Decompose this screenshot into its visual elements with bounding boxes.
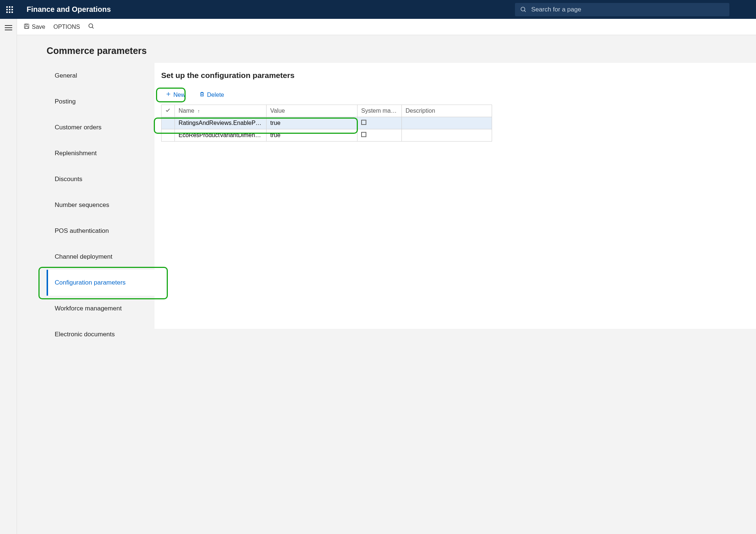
cell-name[interactable]: RatingsAndReviews.EnableProd… — [175, 117, 267, 129]
sidebar-item-label: Electronic documents — [55, 331, 115, 338]
sidebar-item-label: POS authentication — [55, 227, 109, 235]
sidebar-item-customer-orders[interactable]: Customer orders — [47, 115, 155, 140]
column-name[interactable]: Name ↑ — [175, 105, 267, 117]
sidebar-item-posting[interactable]: Posting — [47, 89, 155, 115]
options-button[interactable]: OPTIONS — [53, 24, 80, 30]
save-label: Save — [32, 24, 45, 30]
checkbox-icon[interactable] — [361, 132, 366, 137]
svg-line-9 — [92, 27, 94, 28]
cell-value[interactable]: true — [267, 117, 357, 129]
sidebar-item-channel-deployment[interactable]: Channel deployment — [47, 244, 155, 270]
new-button[interactable]: New — [161, 89, 190, 100]
action-toolbar: Save OPTIONS — [17, 19, 756, 35]
trash-icon — [199, 91, 205, 98]
panel-heading: Set up the configuration parameters — [161, 71, 749, 80]
app-launcher-icon[interactable] — [4, 4, 15, 15]
sidebar-item-label: Discounts — [55, 176, 82, 183]
sidebar-item-label: Workforce management — [55, 305, 122, 312]
table-row[interactable]: RatingsAndReviews.EnableProd… true — [162, 117, 492, 129]
brand-title: Finance and Operations — [27, 5, 111, 14]
search-icon — [520, 6, 527, 13]
sidebar-item-label: General — [55, 72, 77, 79]
sidebar-item-label: Channel deployment — [55, 253, 112, 261]
svg-rect-7 — [25, 26, 28, 28]
save-button[interactable]: Save — [24, 23, 45, 31]
search-input[interactable] — [531, 6, 724, 13]
options-label: OPTIONS — [53, 24, 80, 30]
svg-rect-6 — [26, 24, 27, 25]
left-rail — [0, 19, 17, 534]
column-label: System maintai… — [361, 108, 402, 114]
sidebar-item-general[interactable]: General — [47, 63, 155, 89]
hamburger-icon[interactable] — [3, 23, 14, 33]
cell-value[interactable]: true — [267, 129, 357, 142]
sidebar-item-pos-authentication[interactable]: POS authentication — [47, 218, 155, 244]
sidebar-item-number-sequences[interactable]: Number sequences — [47, 192, 155, 218]
cell-description[interactable] — [402, 129, 492, 142]
cell-name[interactable]: EcoResProductVariantDimensio… — [175, 129, 267, 142]
sidebar-item-label: Customer orders — [55, 124, 102, 131]
checkbox-icon[interactable] — [361, 120, 366, 125]
svg-point-0 — [521, 7, 525, 11]
delete-button[interactable]: Delete — [195, 89, 228, 100]
cell-description[interactable] — [402, 117, 492, 129]
sidebar-item-label: Replenishment — [55, 150, 96, 157]
column-label: Description — [406, 108, 435, 114]
svg-rect-12 — [201, 93, 204, 96]
column-description[interactable]: Description — [402, 105, 492, 117]
column-select[interactable] — [162, 105, 175, 117]
sidebar-item-replenishment[interactable]: Replenishment — [47, 140, 155, 166]
table-row[interactable]: EcoResProductVariantDimensio… true — [162, 129, 492, 142]
global-search[interactable] — [515, 3, 729, 16]
svg-point-8 — [89, 24, 93, 28]
save-icon — [24, 23, 30, 31]
cell-system[interactable] — [357, 117, 402, 129]
cell-system[interactable] — [357, 129, 402, 142]
sidebar-item-label: Number sequences — [55, 201, 109, 209]
check-icon — [165, 108, 170, 114]
column-system-maintained[interactable]: System maintai… — [357, 105, 402, 117]
content-panel: Set up the configuration parameters New — [155, 63, 756, 329]
sidebar-item-label: Posting — [55, 98, 76, 105]
column-value[interactable]: Value — [267, 105, 357, 117]
sort-asc-icon: ↑ — [197, 108, 200, 114]
column-label: Name — [179, 108, 194, 114]
sidebar-item-electronic-documents[interactable]: Electronic documents — [47, 322, 155, 347]
top-header: Finance and Operations — [0, 0, 756, 19]
svg-line-1 — [524, 10, 526, 12]
delete-label: Delete — [207, 92, 224, 98]
toolbar-search-icon[interactable] — [88, 23, 95, 31]
sidebar-item-configuration-parameters[interactable]: Configuration parameters — [47, 270, 155, 296]
plus-icon — [166, 91, 171, 98]
side-tabs: General Posting Customer orders Replenis… — [47, 63, 155, 347]
page-title: Commerce parameters — [47, 45, 756, 56]
parameters-table: Name ↑ Value System maintai… Description — [161, 105, 492, 142]
sidebar-item-discounts[interactable]: Discounts — [47, 166, 155, 192]
new-label: New — [173, 92, 185, 98]
sidebar-item-workforce-management[interactable]: Workforce management — [47, 296, 155, 322]
column-label: Value — [270, 108, 285, 114]
sidebar-item-label: Configuration parameters — [55, 279, 126, 286]
